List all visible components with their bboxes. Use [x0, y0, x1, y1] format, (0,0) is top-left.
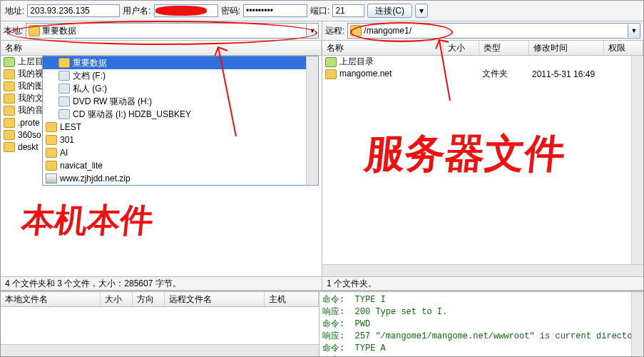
- remote-scrollbar[interactable]: [631, 56, 643, 264]
- log-key: 响应:: [322, 331, 344, 341]
- remote-hscroll[interactable]: [322, 264, 643, 276]
- folder-icon: [46, 161, 57, 171]
- connect-dropdown-button[interactable]: ▾: [415, 4, 428, 18]
- col-mtime[interactable]: 修改时间: [529, 41, 604, 55]
- log-key: 命令:: [322, 295, 344, 305]
- dropdown-item[interactable]: CD 驱动器 (I:) HDZB_USBKEY: [43, 108, 318, 121]
- local-status: 4 个文件夹和 3 个文件，大小：285607 字节。: [1, 276, 322, 291]
- remote-path-text: /mangome1/: [364, 26, 628, 36]
- up-icon: [325, 57, 337, 67]
- connection-bar: 地址: 用户名: 密码: 端口: 连接(C) ▾: [1, 1, 643, 21]
- dropdown-item-label: www.zjhjdd.net.zip: [60, 174, 131, 183]
- dropdown-scrollbar[interactable]: [306, 56, 318, 185]
- folder-icon: [350, 25, 362, 36]
- remote-pane: 远程: /mangome1/ ▼ 名称 大小 类型 修改时间 权限 上层目录ma…: [322, 21, 643, 291]
- col-size[interactable]: 大小: [444, 41, 479, 55]
- list-item[interactable]: 上层目录: [322, 56, 643, 68]
- log-line: 响应: 200 Type set to A.: [322, 354, 640, 356]
- folder-icon: [58, 58, 70, 68]
- port-input[interactable]: [332, 4, 364, 17]
- col-type[interactable]: 类型: [479, 41, 529, 55]
- item-label: .prote: [18, 118, 43, 128]
- folder-icon: [29, 25, 40, 36]
- queue-hscroll[interactable]: [1, 344, 319, 356]
- local-label: 本地:: [4, 25, 23, 37]
- file-name: mangome.net: [339, 69, 392, 79]
- drive-icon: [58, 96, 70, 106]
- log-scrollbar[interactable]: [631, 292, 643, 356]
- dropdown-item[interactable]: 重要数据: [43, 56, 318, 69]
- annotation-local-handwriting: 本机本件: [20, 198, 156, 243]
- queue-body[interactable]: [1, 307, 319, 344]
- dropdown-item-label: 301: [60, 135, 74, 145]
- dropdown-item-label: DVD RW 驱动器 (H:): [73, 96, 152, 108]
- file-name: 上层目录: [339, 56, 374, 66]
- dropdown-item[interactable]: navicat_lite: [43, 159, 318, 172]
- log-value: 257 "/mangome1/mangome.net/wwwroot" is c…: [355, 331, 643, 341]
- password-label: 密码:: [221, 5, 240, 17]
- connect-button[interactable]: 连接(C): [367, 4, 412, 18]
- col-perm[interactable]: 权限: [604, 41, 643, 55]
- col-host[interactable]: 主机: [265, 292, 319, 306]
- folder-icon: [46, 122, 57, 132]
- drive-icon: [58, 109, 70, 119]
- dropdown-item-label: LEST: [60, 122, 81, 132]
- log-key: 响应:: [322, 307, 344, 317]
- dropdown-item-label: 文档 (F:): [73, 70, 106, 82]
- local-path-dropdown[interactable]: 重要数据文档 (F:)私人 (G:)DVD RW 驱动器 (H:)CD 驱动器 …: [42, 56, 319, 186]
- col-size[interactable]: 大小: [101, 292, 133, 306]
- dropdown-item-label: AI: [60, 148, 68, 158]
- col-remote-file[interactable]: 远程文件名: [165, 292, 265, 306]
- folder-icon: [4, 94, 15, 104]
- local-file-list[interactable]: 上层目我的视我的图我的文我的音.prote360sodeskt 重要数据文档 (…: [1, 56, 322, 276]
- dropdown-item[interactable]: LEST: [43, 121, 318, 134]
- dropdown-item[interactable]: 私人 (G:): [43, 82, 318, 95]
- item-label: deskt: [18, 142, 41, 152]
- drive-icon: [58, 84, 70, 94]
- log-line: 命令: TYPE I: [322, 293, 640, 306]
- remote-path-combo[interactable]: /mangome1/ ▼: [347, 23, 640, 39]
- folder-icon: [4, 69, 15, 79]
- list-item[interactable]: mangome.net文件夹2011-5-31 16:49: [322, 68, 643, 80]
- folder-icon: [325, 69, 337, 79]
- remote-status: 1 个文件夹。: [322, 276, 643, 291]
- transfer-queue: 本地文件名 大小 方向 远程文件名 主机: [1, 292, 320, 356]
- col-local-file[interactable]: 本地文件名: [1, 292, 101, 306]
- dropdown-item-label: CD 驱动器 (I:) HDZB_USBKEY: [73, 109, 191, 121]
- dropdown-item[interactable]: 301: [43, 134, 318, 146]
- remote-file-list[interactable]: 上层目录mangome.net文件夹2011-5-31 16:49服务器文件: [322, 56, 643, 264]
- dropdown-item-label: navicat_lite: [60, 161, 103, 171]
- log-line: 命令: TYPE A: [322, 342, 640, 354]
- local-list-header: 名称: [1, 41, 322, 56]
- redaction-mark: [155, 6, 207, 16]
- local-path-combo[interactable]: 重要数据 ▼: [26, 23, 319, 39]
- dropdown-item[interactable]: AI: [43, 146, 318, 159]
- ftp-log[interactable]: 命令: TYPE I响应: 200 Type set to I.命令: PWD响…: [320, 292, 643, 356]
- log-key: 命令:: [322, 319, 344, 329]
- chevron-down-icon[interactable]: ▼: [628, 24, 640, 37]
- dropdown-item[interactable]: www.zjhjdd.net.zip: [43, 172, 318, 185]
- folder-icon: [4, 106, 15, 116]
- log-line: 响应: 200 Type set to I.: [322, 306, 640, 318]
- queue-header: 本地文件名 大小 方向 远程文件名 主机: [1, 292, 319, 307]
- log-line: 响应: 257 "/mangome1/mangome.net/wwwroot" …: [322, 330, 640, 342]
- drive-icon: [58, 71, 70, 81]
- chevron-down-icon[interactable]: ▼: [306, 24, 318, 37]
- password-input[interactable]: [243, 4, 307, 17]
- annotation-remote-handwriting: 服务器文件: [362, 127, 568, 181]
- folder-icon: [46, 148, 57, 158]
- local-path-text: 重要数据: [42, 25, 306, 37]
- col-direction[interactable]: 方向: [133, 292, 165, 306]
- address-input[interactable]: [27, 4, 120, 17]
- log-value: TYPE I: [355, 295, 386, 305]
- up-icon: [4, 57, 15, 67]
- file-mtime: 2011-5-31 16:49: [532, 69, 607, 79]
- dropdown-item[interactable]: 文档 (F:): [43, 69, 318, 82]
- col-name[interactable]: 名称: [1, 41, 322, 55]
- log-value: 200 Type set to A.: [355, 356, 448, 356]
- log-value: 200 Type set to I.: [355, 307, 448, 317]
- col-name[interactable]: 名称: [322, 41, 444, 55]
- file-type: 文件夹: [482, 68, 532, 80]
- dropdown-item[interactable]: DVD RW 驱动器 (H:): [43, 95, 318, 108]
- file-icon: [4, 142, 15, 152]
